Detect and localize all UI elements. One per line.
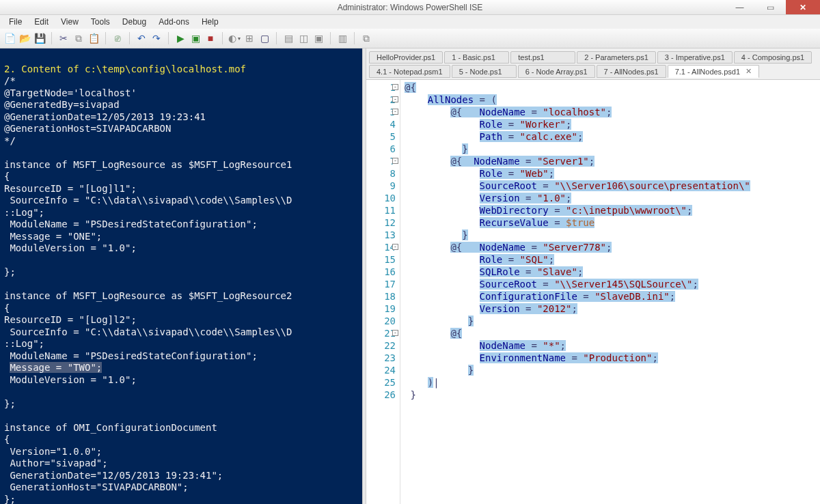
console-line: /* <box>4 75 358 87</box>
layout-side-icon[interactable]: ◫ <box>298 33 309 44</box>
fold-toggle-icon[interactable]: - <box>392 244 398 250</box>
console-line: instance of MSFT_LogResource as $MSFT_Lo… <box>4 159 358 171</box>
editor-tab[interactable]: 1 - Basic.ps1 <box>444 51 509 64</box>
console-line: ModuleVersion = "1.0"; <box>4 242 358 255</box>
paste-icon[interactable]: 📋 <box>88 33 99 44</box>
menu-edit[interactable]: Edit <box>28 16 55 28</box>
line-number: 14 <box>366 241 396 253</box>
console-header: 2. Content of c:\temp\config\localhost.m… <box>4 64 358 76</box>
menu-debug[interactable]: Debug <box>116 16 152 28</box>
console-line: { <box>4 303 358 315</box>
line-number: 12 <box>366 216 396 229</box>
console-line <box>4 255 358 267</box>
line-number: 13 <box>366 229 396 241</box>
editor-tab[interactable]: 5 - Node.ps1 <box>452 65 517 78</box>
console-line: { <box>4 171 358 183</box>
line-number: 10 <box>366 192 396 204</box>
editor-tab[interactable]: test.ps1 <box>510 51 575 64</box>
new-tab-icon[interactable]: ⊞ <box>244 33 255 44</box>
save-icon[interactable]: 💾 <box>34 33 45 44</box>
minimize-button[interactable]: — <box>724 0 755 14</box>
menubar: File Edit View Tools Debug Add-ons Help <box>0 15 820 29</box>
menu-help[interactable]: Help <box>195 16 225 28</box>
editor-tab[interactable]: 7 - AllNodes.ps1 <box>597 65 666 78</box>
layout-top-icon[interactable]: ▤ <box>283 33 294 44</box>
tab-label: 6 - Node Array.ps1 <box>525 68 588 76</box>
tab-label: 3 - Imperative.ps1 <box>665 53 725 61</box>
code-line: @{ NodeName = "Server778"; <box>405 241 820 253</box>
code-line: Role = "Web"; <box>405 167 820 180</box>
tab-label: 4 - Composing.ps1 <box>741 53 804 61</box>
clear-icon[interactable]: ⎚ <box>112 33 123 44</box>
menu-addons[interactable]: Add-ons <box>152 16 195 28</box>
stop-icon[interactable]: ■ <box>205 33 216 44</box>
tab-label: 2 - Parameters.ps1 <box>584 53 648 61</box>
code-line: Role = "Worker"; <box>405 118 820 130</box>
code-line: Role = "SQL"; <box>405 253 820 266</box>
fold-toggle-icon[interactable]: - <box>392 158 398 164</box>
code-editor[interactable]: 1-2-3-4567-891011121314-15161718192021-2… <box>366 80 820 504</box>
console-line: @GenerationDate=12/05/2013 19:23:41 <box>4 111 358 124</box>
code-line: SourceRoot = "\\Server145\SQLSource\"; <box>405 278 820 290</box>
editor-tab[interactable]: HelloProvider.ps1 <box>369 51 443 64</box>
editor-tab[interactable]: 3 - Imperative.ps1 <box>657 51 733 64</box>
toolbar-divider <box>354 32 355 44</box>
line-number: 20 <box>366 315 396 327</box>
fold-toggle-icon[interactable]: - <box>392 109 398 115</box>
console-line <box>4 410 358 422</box>
menu-view[interactable]: View <box>55 16 85 28</box>
code-line: Version = "2012"; <box>405 303 820 315</box>
console-pane[interactable]: 2. Content of c:\temp\config\localhost.m… <box>0 48 362 504</box>
console-line: SourceInfo = "C:\\data\\sivapad\\code\\S… <box>4 326 358 339</box>
editor-tab[interactable]: 4.1 - Notepad.psm1 <box>369 65 450 78</box>
show-command-icon[interactable]: ▥ <box>337 33 348 44</box>
fold-toggle-icon[interactable]: - <box>392 330 398 336</box>
code-line: } <box>405 389 820 401</box>
menu-file[interactable]: File <box>3 16 28 28</box>
toolbar-divider <box>276 32 277 44</box>
layout-max-icon[interactable]: ▣ <box>313 33 324 44</box>
console-line: instance of MSFT_LogResource as $MSFT_Lo… <box>4 290 358 303</box>
line-number: 25 <box>366 376 396 389</box>
close-button[interactable]: ✕ <box>786 0 820 14</box>
new-file-icon[interactable]: 📄 <box>4 33 15 44</box>
fold-toggle-icon[interactable]: - <box>392 96 398 102</box>
line-number: 22 <box>366 339 396 352</box>
menu-tools[interactable]: Tools <box>85 16 116 28</box>
show-addon-icon[interactable]: ⧉ <box>361 33 372 44</box>
console-line: @GeneratedBy=sivapad <box>4 99 358 111</box>
window-title: Administrator: Windows PowerShell ISE <box>338 3 483 12</box>
run-script-icon[interactable]: ▶ <box>175 33 186 44</box>
maximize-button[interactable]: ▭ <box>755 0 786 14</box>
run-selection-icon[interactable]: ▣ <box>190 33 201 44</box>
tab-label: 5 - Node.ps1 <box>459 68 502 76</box>
console-line: ::Log"; <box>4 338 358 350</box>
fold-toggle-icon[interactable]: - <box>392 84 398 90</box>
console-line: ResourceID = "[Log]l2"; <box>4 314 358 326</box>
code-line: } <box>405 229 820 241</box>
copy-icon[interactable]: ⧉ <box>73 33 84 44</box>
close-tab-icon[interactable]: ✕ <box>740 67 752 76</box>
code-line: EnvironmentName = "Production"; <box>405 352 820 364</box>
open-file-icon[interactable]: 📂 <box>19 33 30 44</box>
editor-tab[interactable]: 7.1 - AllNodes.psd1✕ <box>668 65 759 78</box>
undo-icon[interactable]: ↶ <box>136 33 147 44</box>
line-number: 23 <box>366 352 396 364</box>
tab-label: HelloProvider.ps1 <box>377 53 435 61</box>
code-area[interactable]: @{ AllNodes = ( @{ NodeName = "localhost… <box>400 80 820 504</box>
breakpoint-icon[interactable]: ◐ <box>229 33 240 44</box>
powershell-tab-icon[interactable]: ▢ <box>259 33 270 44</box>
console-line: @GenerationHost=SIVAPADCARBON <box>4 123 358 135</box>
editor-tab[interactable]: 6 - Node Array.ps1 <box>518 65 595 78</box>
code-line: @{ NodeName = "Server1"; <box>405 155 820 167</box>
console-line: ResourceID = "[Log]l1"; <box>4 183 358 195</box>
cut-icon[interactable]: ✂ <box>58 33 69 44</box>
redo-icon[interactable]: ↷ <box>151 33 162 44</box>
console-line <box>4 386 358 398</box>
line-number: 24 <box>366 364 396 376</box>
console-line: }; <box>4 494 358 505</box>
console-line: instance of OMI_ConfigurationDocument <box>4 422 358 434</box>
editor-tab[interactable]: 2 - Parameters.ps1 <box>577 51 656 64</box>
line-number: 7 <box>366 155 396 167</box>
editor-tab[interactable]: 4 - Composing.ps1 <box>734 51 812 64</box>
